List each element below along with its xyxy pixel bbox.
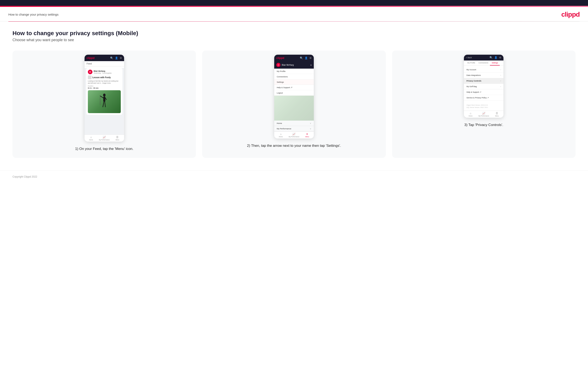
helpsupport-label: Help & Support ↗ xyxy=(467,91,481,93)
logout-label: Logout xyxy=(277,92,283,94)
user-icon-3: 👤 xyxy=(494,56,497,59)
menu-user-row: B Blair McHarg ∧ xyxy=(274,61,314,69)
menu-item-connections[interactable]: Connections xyxy=(274,74,314,79)
duration-val: 01 hr : 30 min xyxy=(88,87,121,89)
phone-2-navbar: clippd 🔍 👤 ⚙ xyxy=(274,55,314,61)
settings-item-helpsupport[interactable]: Help & Support ↗ xyxy=(464,89,503,95)
duration-label: Duration xyxy=(88,85,121,87)
step-1-card: clippd 🔍 👤 ⚙ Feed B Blair M xyxy=(12,50,196,158)
nav3-home-label: Home xyxy=(469,115,473,117)
phone-1-body: B Blair McHarg Yesterday · Sunningdale L… xyxy=(85,68,124,134)
menu-item-myprofile[interactable]: My Profile xyxy=(274,69,314,74)
my-profile-label: My Profile xyxy=(277,70,285,72)
nav-home: ⌂ Home xyxy=(85,136,98,141)
privacycontrols-chevron: › xyxy=(500,80,501,82)
footer: Copyright Clippd 2022 xyxy=(0,170,588,185)
menu-item-helpsupport[interactable]: Help & Support ↗ xyxy=(274,85,314,90)
step-2-caption: 2) Then, tap the arrow next to your name… xyxy=(247,143,341,149)
nav2-performance-label: My Performance xyxy=(289,136,299,137)
nav2-menu[interactable]: ✕ Menu xyxy=(301,133,314,137)
phone-2-logo: clippd xyxy=(276,56,284,59)
user-icon-2: 👤 xyxy=(305,57,308,59)
footer-copyright: Copyright Clippd 2022 xyxy=(12,175,37,178)
mygolfbag-label: My Golf Bag xyxy=(467,85,477,88)
menu-user-avatar: B xyxy=(276,63,280,67)
settings-item-serviceprivacy[interactable]: Service & Privacy Policy ↗ xyxy=(464,95,503,101)
menu-section-home[interactable]: Home ∨ xyxy=(274,121,314,126)
golf-image xyxy=(88,90,121,113)
nav2-menu-label: Menu xyxy=(305,136,309,137)
golfer-svg xyxy=(99,93,110,110)
post-avatar: B xyxy=(88,70,92,74)
phone-2-icons: 🔍 👤 ⚙ xyxy=(300,57,312,59)
nav-home-label: Home xyxy=(89,139,93,141)
post-author-info: Blair McHarg Yesterday · Sunningdale xyxy=(94,70,112,74)
mygolfbag-chevron: › xyxy=(500,85,501,88)
home-icon-3: ⌂ xyxy=(470,112,471,115)
home-chevron-down: ∨ xyxy=(310,122,311,124)
nav2-home-label: Home xyxy=(279,136,283,137)
nav-performance: 📈 My Performance xyxy=(98,136,111,141)
home-icon-2: ⌂ xyxy=(280,133,282,136)
blur-overlay xyxy=(274,96,314,121)
logo: clippd xyxy=(561,11,580,18)
author-sub: Yesterday · Sunningdale xyxy=(94,72,112,74)
steps-row: clippd 🔍 👤 ⚙ Feed B Blair M xyxy=(12,50,576,158)
menu-user-chevron[interactable]: ∧ xyxy=(310,64,312,66)
phone-3-icons: 🔍 👤 ⚙ xyxy=(490,56,502,59)
settings-back-bar: < Back 🔍 👤 ⚙ xyxy=(464,55,503,60)
dataintegrations-label: Data Integrations xyxy=(467,74,481,76)
back-button[interactable]: < Back xyxy=(466,57,472,59)
performance-icon-2: 📈 xyxy=(292,133,295,136)
settings-item-dataintegrations[interactable]: Data Integrations › xyxy=(464,73,503,78)
step-2-card: clippd 🔍 👤 ⚙ B Blair McHarg ∧ xyxy=(202,50,386,158)
lesson-icon-row: Lesson with Fordy xyxy=(88,75,121,79)
menu-user-left: B Blair McHarg xyxy=(276,63,294,67)
lesson-icon xyxy=(88,75,92,79)
menu-section-performance[interactable]: My Performance ∨ xyxy=(274,126,314,131)
menu-user-name: Blair McHarg xyxy=(282,64,294,66)
nav3-menu[interactable]: ☰ Menu xyxy=(490,112,503,117)
step-3-caption: 3) Tap 'Privacy Controls'. xyxy=(464,122,503,128)
nav2-performance: 📈 My Performance xyxy=(287,133,301,137)
close-icon: ✕ xyxy=(306,133,308,136)
menu-items: My Profile Connections Settings Help & S… xyxy=(274,69,314,96)
tab-connections[interactable]: Connections xyxy=(477,60,490,66)
phone-1-bottom-nav: ⌂ Home 📈 My Performance ☰ Menu xyxy=(85,134,124,142)
page-heading: How to change your privacy settings (Mob… xyxy=(12,30,576,37)
search-icon-3: 🔍 xyxy=(490,56,493,59)
tab-myprofile[interactable]: My Profile xyxy=(466,60,477,66)
performance-chevron-down: ∨ xyxy=(310,128,311,130)
post-author: B Blair McHarg Yesterday · Sunningdale xyxy=(88,70,121,74)
page-subheading: Choose what you want people to see xyxy=(12,38,576,42)
dataintegrations-chevron: › xyxy=(500,74,501,76)
settings-tabs: My Profile Connections Settings xyxy=(464,60,503,66)
settings-item-privacycontrols[interactable]: Privacy Controls › xyxy=(464,78,503,84)
step-3-card: < Back 🔍 👤 ⚙ My Profile Connections Sett… xyxy=(392,50,576,158)
step-2-phone: clippd 🔍 👤 ⚙ B Blair McHarg ∧ xyxy=(274,55,314,139)
home-icon: ⌂ xyxy=(90,136,92,139)
nav-menu[interactable]: ☰ Menu xyxy=(111,136,124,141)
menu-item-settings[interactable]: Settings xyxy=(274,79,314,85)
phone-1-navbar: clippd 🔍 👤 ⚙ xyxy=(85,55,124,61)
serviceprivacy-label: Service & Privacy Policy ↗ xyxy=(467,97,489,99)
search-icon-2: 🔍 xyxy=(300,57,303,59)
author-name: Blair McHarg xyxy=(94,70,112,72)
nav2-home: ⌂ Home xyxy=(274,133,287,137)
performance-icon: 📈 xyxy=(103,136,106,139)
myaccount-label: My Account xyxy=(467,69,476,71)
feed-post: B Blair McHarg Yesterday · Sunningdale L… xyxy=(86,68,122,115)
search-icon: 🔍 xyxy=(110,57,113,59)
settings-item-myaccount[interactable]: My Account › xyxy=(464,67,503,73)
settings-item-mygolfbag[interactable]: My Golf Bag › xyxy=(464,84,503,89)
step-1-phone: clippd 🔍 👤 ⚙ Feed B Blair M xyxy=(85,55,124,142)
top-bar xyxy=(0,0,588,6)
svg-line-4 xyxy=(103,102,104,107)
settings-icon: ⚙ xyxy=(120,57,122,59)
phone-1-logo: clippd xyxy=(86,56,95,59)
nav3-performance-label: My Performance xyxy=(478,115,489,117)
tab-settings[interactable]: Settings xyxy=(490,60,500,66)
menu-item-logout[interactable]: Logout xyxy=(274,90,314,96)
user-icon: 👤 xyxy=(115,57,118,59)
phone-1-icons: 🔍 👤 ⚙ xyxy=(110,57,122,59)
